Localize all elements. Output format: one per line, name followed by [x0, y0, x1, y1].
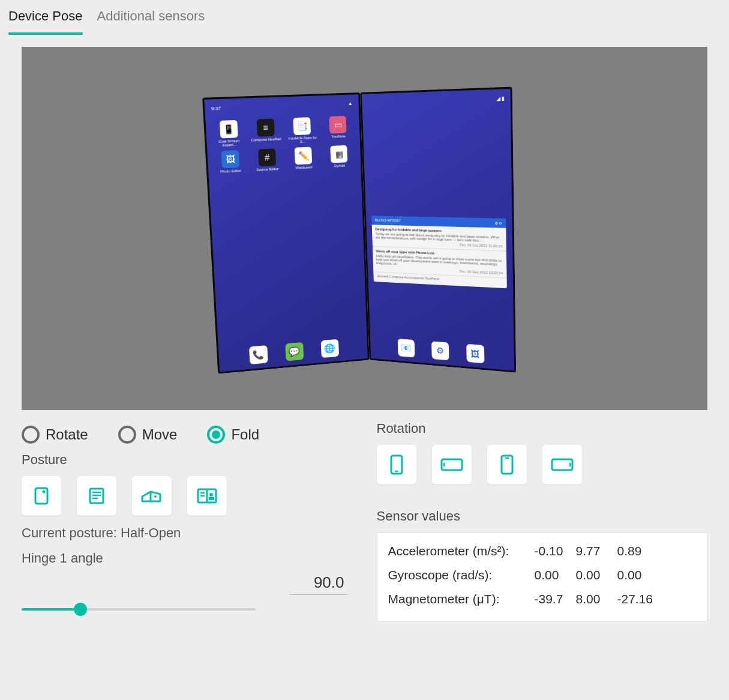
- rotation-label: Rotation: [377, 421, 708, 436]
- widget-title: BLOGS WIDGET: [374, 218, 401, 223]
- radio-move-label: Move: [142, 426, 178, 443]
- radio-fold[interactable]: Fold: [207, 426, 259, 444]
- sensor-x: -39.7: [535, 592, 568, 606]
- sensor-z: -27.16: [617, 592, 650, 606]
- app-icon: 📑Foldable Apps by S...: [286, 116, 318, 143]
- radio-rotate[interactable]: Rotate: [22, 426, 88, 444]
- blogs-widget: BLOGS WIDGET⚙ ⟳ Designing for foldable a…: [371, 216, 507, 288]
- dock-right: 📧⚙🖼: [370, 336, 514, 366]
- svg-point-11: [209, 493, 213, 496]
- posture-tent-button[interactable]: [132, 476, 172, 516]
- app-icon: ▭TwoNote: [322, 115, 353, 142]
- current-posture-text: Current posture: Half-Open: [22, 525, 353, 541]
- tab-bar: Device Pose Additional sensors: [0, 0, 729, 35]
- tab-device-pose[interactable]: Device Pose: [8, 8, 83, 35]
- status-icons-right: ◢ ▮: [496, 95, 504, 105]
- rotation-landscape-right-button[interactable]: [542, 445, 582, 484]
- rotation-portrait-button[interactable]: [377, 445, 416, 484]
- status-icons-left: ▲: [347, 100, 352, 109]
- sensor-z: 0.00: [617, 568, 650, 582]
- sensor-name: Gyroscope (rad/s):: [388, 568, 526, 582]
- app-icon: ✏️Webboard: [287, 146, 319, 169]
- svg-rect-12: [209, 497, 214, 500]
- sensor-row: Magnetometer (μT): -39.7 8.00 -27.16: [388, 592, 697, 606]
- sensor-y: 9.77: [576, 544, 609, 558]
- sensor-name: Magnetometer (μT):: [388, 592, 526, 606]
- rotation-portrait-flipped-button[interactable]: [487, 445, 527, 484]
- app-grid-left: 📱Dual Screen Experi...≡Compose NavRail📑F…: [212, 115, 355, 173]
- sensor-values-label: Sensor values: [377, 508, 708, 524]
- app-icon: 🖼Photo Editor: [213, 149, 247, 173]
- sensor-x: 0.00: [535, 568, 568, 582]
- slider-thumb[interactable]: [74, 603, 87, 616]
- device-left-screen: 9:37▲ 📱Dual Screen Experi...≡Compose Nav…: [202, 92, 370, 373]
- manipulation-mode-radios: Rotate Move Fold: [22, 426, 353, 444]
- sensor-x: -0.10: [535, 544, 568, 558]
- dock-icon: 🌐: [320, 339, 338, 358]
- app-icon: ≡Compose NavRail: [249, 118, 282, 146]
- dock-icon: 💬: [284, 342, 303, 361]
- dock-icon: 📧: [397, 339, 415, 357]
- radio-rotate-label: Rotate: [46, 426, 88, 443]
- dock-icon: ⚙: [431, 341, 449, 360]
- posture-closed-button[interactable]: [22, 476, 61, 516]
- rotation-buttons: [377, 445, 708, 484]
- hinge-angle-slider[interactable]: [22, 608, 256, 611]
- tab-additional-sensors[interactable]: Additional sensors: [97, 8, 205, 35]
- posture-label: Posture: [22, 452, 353, 468]
- svg-rect-0: [35, 488, 47, 504]
- sensor-name: Accelerometer (m/s²):: [388, 544, 526, 558]
- sensor-z: 0.89: [617, 544, 650, 558]
- device-right-screen: ◢ ▮ BLOGS WIDGET⚙ ⟳ Designing for foldab…: [360, 86, 516, 372]
- posture-flat-button[interactable]: [77, 476, 116, 516]
- sensor-y: 8.00: [576, 592, 609, 606]
- svg-point-6: [154, 495, 157, 498]
- dock-left: 📞💬🌐: [218, 336, 367, 367]
- hinge-angle-label: Hinge 1 angle: [22, 551, 353, 566]
- status-time: 9:37: [211, 105, 221, 114]
- device-3d-viewport[interactable]: 9:37▲ 📱Dual Screen Experi...≡Compose Nav…: [22, 47, 707, 410]
- app-icon: ▦DyAdd: [323, 145, 355, 168]
- dock-icon: 🖼: [466, 343, 484, 363]
- app-icon: #Source Editor: [250, 148, 283, 172]
- sensor-values-table: Accelerometer (m/s²): -0.10 9.77 0.89Gyr…: [377, 533, 708, 621]
- posture-book-button[interactable]: [187, 476, 227, 516]
- foldable-device-model: 9:37▲ 📱Dual Screen Experi...≡Compose Nav…: [208, 86, 521, 360]
- rotation-landscape-left-button[interactable]: [432, 445, 472, 484]
- radio-fold-label: Fold: [231, 426, 259, 443]
- posture-buttons: [22, 476, 353, 516]
- sensor-row: Gyroscope (rad/s): 0.00 0.00 0.00: [388, 568, 697, 582]
- dock-icon: 📞: [248, 345, 268, 364]
- radio-move[interactable]: Move: [118, 426, 178, 444]
- sensor-y: 0.00: [576, 568, 609, 582]
- widget-settings-icon: ⚙ ⟳: [494, 220, 502, 225]
- hinge-angle-value[interactable]: 90.0: [290, 573, 348, 595]
- app-icon: 📱Dual Screen Experi...: [212, 119, 245, 147]
- svg-point-1: [43, 490, 46, 493]
- sensor-row: Accelerometer (m/s²): -0.10 9.77 0.89: [388, 544, 697, 558]
